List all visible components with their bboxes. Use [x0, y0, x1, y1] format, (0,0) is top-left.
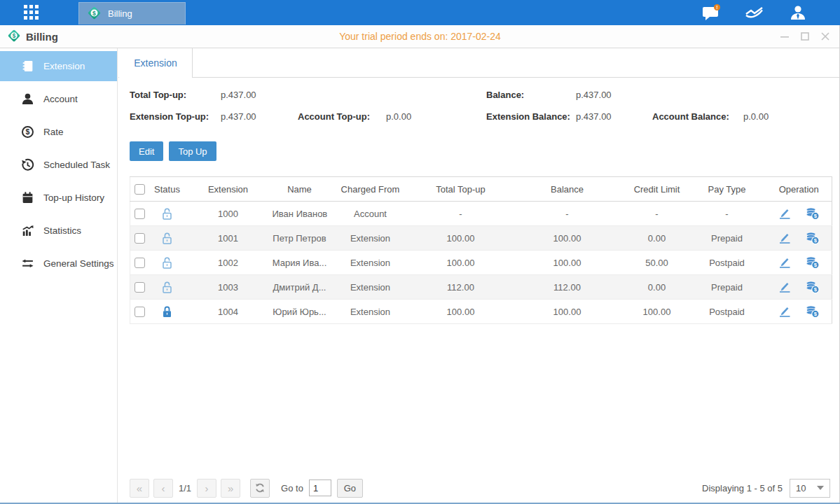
- edit-row-icon[interactable]: [778, 280, 792, 294]
- refresh-icon[interactable]: [250, 479, 270, 498]
- billing-diamond-icon: $: [87, 6, 102, 22]
- top-up-row-icon[interactable]: $: [805, 206, 820, 220]
- sidebar-item-top-up-history[interactable]: Top-up History: [0, 183, 117, 213]
- column-header-name[interactable]: Name: [272, 177, 328, 202]
- column-header-operation[interactable]: Operation: [766, 177, 832, 202]
- cell-extension: 1002: [185, 251, 272, 275]
- user-account-icon[interactable]: [788, 4, 808, 22]
- cell-balance: 100.00: [509, 226, 626, 251]
- row-checkbox[interactable]: [135, 258, 145, 268]
- cell-extension: 1001: [185, 226, 272, 251]
- table-row: 1003Дмитрий Д...Extension112.00112.000.0…: [130, 275, 832, 300]
- column-header-total-top-up[interactable]: Total Top-up: [413, 177, 509, 202]
- unlock-icon: [161, 281, 173, 291]
- cell-name: Юрий Юрь...: [272, 300, 328, 324]
- sidebar-item-extension[interactable]: Extension: [0, 51, 117, 81]
- row-checkbox[interactable]: [135, 282, 145, 293]
- displaying-info: Displaying 1 - 5 of 5: [702, 483, 783, 493]
- svg-text:$: $: [814, 311, 818, 317]
- balance-label: Balance:: [486, 90, 524, 100]
- scheduled-icon: [21, 158, 34, 172]
- first-page-icon[interactable]: «: [130, 479, 149, 498]
- table-header-row: StatusExtensionNameCharged FromTotal Top…: [130, 177, 832, 202]
- sidebar-menu: ExtensionAccount$RateScheduled TaskTop-u…: [0, 48, 118, 504]
- top-up-row-icon[interactable]: $: [805, 304, 820, 318]
- app-launcher-grid-icon[interactable]: [24, 5, 39, 20]
- prev-page-icon[interactable]: ‹: [153, 479, 173, 498]
- column-header-status[interactable]: Status: [150, 177, 185, 202]
- edit-row-icon[interactable]: [778, 231, 792, 245]
- sidebar-item-statistics[interactable]: Statistics: [0, 216, 117, 246]
- top-up-row-icon[interactable]: $: [805, 231, 820, 245]
- cell-extension: 1003: [185, 275, 272, 300]
- sidebar-item-general-settings[interactable]: General Settings: [0, 248, 117, 279]
- cell-credit-limit: 50.00: [626, 251, 688, 275]
- sidebar-item-label: Account: [43, 94, 78, 104]
- svg-text:$: $: [92, 9, 96, 16]
- window-titlebar: $ Billing Your trial period ends on: 201…: [0, 25, 840, 48]
- maximize-icon[interactable]: [800, 31, 810, 41]
- extension-topup-value: p.437.00: [221, 111, 256, 122]
- extension-icon: [21, 59, 34, 73]
- top-up-button[interactable]: Top Up: [169, 141, 216, 161]
- column-header-pay-type[interactable]: Pay Type: [688, 177, 766, 202]
- row-checkbox[interactable]: [135, 209, 145, 219]
- row-checkbox[interactable]: [135, 307, 145, 317]
- page-size-value: 10: [796, 483, 806, 493]
- go-button[interactable]: Go: [337, 479, 363, 498]
- billing-app-tab[interactable]: $ Billing: [78, 2, 186, 24]
- minimize-icon[interactable]: [780, 31, 790, 41]
- svg-text:$: $: [814, 286, 818, 293]
- sidebar-item-rate[interactable]: $Rate: [0, 117, 117, 147]
- cell-total-topup: 112.00: [413, 275, 509, 300]
- pagination-bar: « ‹ 1/1 › » Go to Go Displaying 1 - 5 of…: [130, 477, 830, 498]
- close-icon[interactable]: [820, 31, 830, 41]
- sidebar-item-label: Top-up History: [43, 192, 104, 203]
- sidebar-item-label: Rate: [43, 127, 64, 137]
- account-icon: [21, 92, 34, 106]
- sidebar-item-account[interactable]: Account: [0, 84, 117, 114]
- total-topup-value: p.437.00: [221, 90, 256, 100]
- balance-summary: Total Top-up: p.437.00 Balance: p.437.00…: [130, 90, 840, 132]
- sidebar-item-scheduled-task[interactable]: Scheduled Task: [0, 150, 117, 180]
- unlock-icon: [161, 232, 173, 242]
- settings-icon: [21, 257, 34, 270]
- main-content: Extension Total Top-up: p.437.00 Balance…: [118, 48, 840, 504]
- cell-charged-from: Extension: [328, 226, 413, 251]
- column-header-balance[interactable]: Balance: [509, 177, 626, 202]
- sidebar-item-label: Statistics: [43, 225, 81, 236]
- rate-icon: $: [21, 125, 34, 139]
- last-page-icon[interactable]: »: [221, 479, 240, 498]
- extension-table-body: 1000Иван ИвановAccount----$1001Петр Петр…: [130, 202, 832, 324]
- table-row: 1001Петр ПетровExtension100.00100.000.00…: [130, 226, 832, 251]
- column-header-charged-from[interactable]: Charged From: [328, 177, 413, 202]
- total-topup-label: Total Top-up:: [130, 90, 186, 100]
- extension-balance-value: p.437.00: [576, 111, 612, 122]
- top-up-row-icon[interactable]: $: [805, 280, 820, 294]
- top-app-bar: $ Billing !: [0, 0, 840, 25]
- extension-table: StatusExtensionNameCharged FromTotal Top…: [130, 176, 832, 324]
- cell-balance: -: [509, 202, 626, 226]
- cell-credit-limit: 100.00: [626, 300, 688, 324]
- topup-history-icon: [21, 191, 34, 204]
- edit-row-icon[interactable]: [778, 255, 792, 270]
- cell-credit-limit: 0.00: [626, 275, 688, 300]
- next-page-icon[interactable]: ›: [197, 479, 216, 498]
- cell-name: Иван Иванов: [272, 202, 328, 226]
- row-checkbox[interactable]: [135, 233, 145, 244]
- goto-page-input[interactable]: [309, 479, 331, 496]
- tab-extension[interactable]: Extension: [119, 48, 193, 78]
- edit-row-icon[interactable]: [778, 304, 792, 318]
- page-size-select[interactable]: 10: [790, 479, 830, 498]
- sidebar-item-label: Scheduled Task: [43, 160, 110, 170]
- edit-row-icon[interactable]: [778, 206, 792, 220]
- lock-icon: [161, 305, 173, 316]
- column-header-credit-limit[interactable]: Credit Limit: [626, 177, 688, 202]
- notifications-icon[interactable]: !: [701, 4, 721, 22]
- select-all-checkbox[interactable]: [135, 184, 145, 195]
- cell-extension: 1004: [185, 300, 272, 324]
- top-up-row-icon[interactable]: $: [805, 255, 820, 270]
- statistics-chart-icon[interactable]: [745, 4, 764, 22]
- column-header-extension[interactable]: Extension: [185, 177, 272, 202]
- edit-button[interactable]: Edit: [130, 141, 163, 161]
